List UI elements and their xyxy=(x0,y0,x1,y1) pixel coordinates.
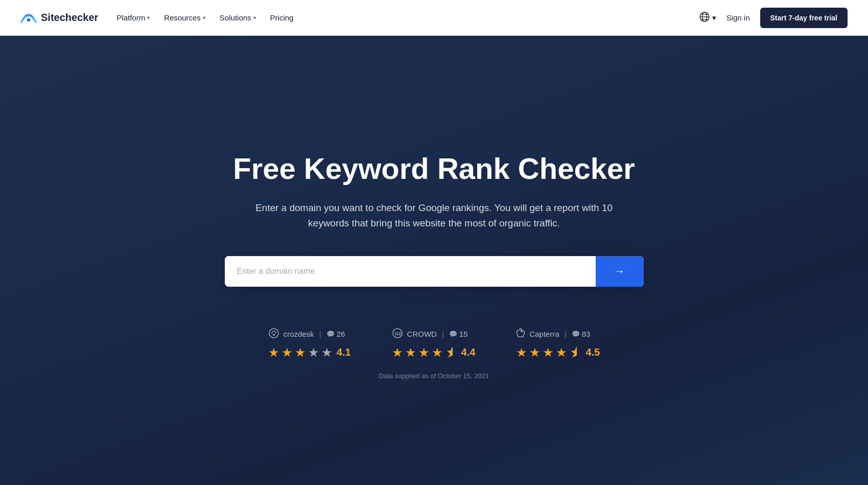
nav-link-solutions[interactable]: Solutions ▾ xyxy=(220,13,256,22)
nav-link-resources[interactable]: Resources ▾ xyxy=(164,13,205,22)
capterra-icon xyxy=(516,328,525,340)
nav-item-pricing[interactable]: Pricing xyxy=(270,13,294,22)
g2crowd-stars: ★ ★ ★ ★ ⯨ 4.4 xyxy=(392,345,476,360)
rating-g2crowd: G2 CROWD | 💬 15 ★ ★ ★ ★ ⯨ 4.4 xyxy=(392,328,476,360)
divider: | xyxy=(442,330,444,338)
hero-subtitle: Enter a domain you want to check for Goo… xyxy=(250,200,618,232)
data-note: Data supplied as of October 15, 2021 xyxy=(379,372,489,380)
svg-point-7 xyxy=(273,334,275,336)
star-1: ★ xyxy=(392,345,403,360)
nav-links: Platform ▾ Resources ▾ Solutions ▾ Prici… xyxy=(116,13,293,22)
logo-link[interactable]: Sitechecker xyxy=(20,12,98,24)
nav-item-resources[interactable]: Resources ▾ xyxy=(164,13,205,22)
capterra-score: 4.5 xyxy=(585,347,600,358)
svg-point-6 xyxy=(269,329,278,338)
hero-title: Free Keyword Rank Checker xyxy=(233,152,635,186)
star-2: ★ xyxy=(405,345,416,360)
divider: | xyxy=(565,330,567,338)
star-2: ★ xyxy=(529,345,541,360)
nav-link-platform[interactable]: Platform ▾ xyxy=(116,13,150,22)
g2crowd-label: CROWD xyxy=(407,330,437,338)
g2crowd-score: 4.4 xyxy=(461,347,476,358)
star-4: ★ xyxy=(308,345,319,360)
star-1: ★ xyxy=(516,345,527,360)
hero-section: Free Keyword Rank Checker Enter a domain… xyxy=(0,36,868,485)
crozdesk-header: crozdesk | 💬 26 xyxy=(268,328,345,340)
chat-icon: 💬 xyxy=(326,330,335,338)
navbar: Sitechecker Platform ▾ Resources ▾ Solut… xyxy=(0,0,868,36)
arrow-right-icon: → xyxy=(614,265,625,278)
chevron-down-icon: ▾ xyxy=(253,15,256,20)
crozdesk-stars: ★ ★ ★ ★ ★ 4.1 xyxy=(268,345,351,360)
svg-text:G2: G2 xyxy=(395,331,401,336)
logo-text: Sitechecker xyxy=(41,12,98,24)
nav-item-platform[interactable]: Platform ▾ xyxy=(116,13,150,22)
nav-link-pricing[interactable]: Pricing xyxy=(270,13,294,22)
crozdesk-review-count: 💬 26 xyxy=(326,330,345,338)
g2crowd-review-count: 💬 15 xyxy=(449,330,468,338)
rating-crozdesk: crozdesk | 💬 26 ★ ★ ★ ★ ★ 4.1 xyxy=(268,328,351,360)
star-1: ★ xyxy=(268,345,279,360)
navbar-left: Sitechecker Platform ▾ Resources ▾ Solut… xyxy=(20,12,293,24)
star-4: ★ xyxy=(432,345,443,360)
capterra-label: Capterra xyxy=(529,330,559,338)
g2-icon: G2 xyxy=(392,328,403,340)
search-button[interactable]: → xyxy=(596,256,644,287)
chat-icon: 💬 xyxy=(572,330,580,338)
nav-item-solutions[interactable]: Solutions ▾ xyxy=(220,13,256,22)
logo-icon xyxy=(20,12,37,24)
capterra-review-count: 💬 83 xyxy=(572,330,591,338)
trial-button[interactable]: Start 7-day free trial xyxy=(760,8,848,28)
star-3: ★ xyxy=(418,345,430,360)
divider: | xyxy=(319,330,321,338)
star-2: ★ xyxy=(281,345,293,360)
chat-icon: 💬 xyxy=(449,330,457,338)
search-bar: → xyxy=(225,256,644,287)
star-3: ★ xyxy=(295,345,306,360)
search-input[interactable] xyxy=(225,256,596,287)
ratings-row: crozdesk | 💬 26 ★ ★ ★ ★ ★ 4.1 xyxy=(204,328,664,360)
navbar-right: ▾ Sign in Start 7-day free trial xyxy=(699,8,848,28)
chevron-down-icon: ▾ xyxy=(203,15,205,20)
star-3: ★ xyxy=(543,345,554,360)
chevron-down-icon: ▾ xyxy=(147,15,150,20)
globe-icon xyxy=(699,11,710,24)
star-5: ★ xyxy=(321,345,333,360)
capterra-stars: ★ ★ ★ ★ ⯨ 4.5 xyxy=(516,345,600,360)
star-4: ★ xyxy=(556,345,567,360)
signin-button[interactable]: Sign in xyxy=(726,13,750,22)
crozdesk-icon xyxy=(268,328,279,340)
crozdesk-score: 4.1 xyxy=(337,347,351,358)
star-half: ⯨ xyxy=(569,345,581,360)
language-selector[interactable]: ▾ xyxy=(699,11,716,24)
crozdesk-label: crozdesk xyxy=(284,330,314,338)
rating-capterra: Capterra | 💬 83 ★ ★ ★ ★ ⯨ 4.5 xyxy=(516,328,600,360)
capterra-header: Capterra | 💬 83 xyxy=(516,328,590,340)
star-half: ⯨ xyxy=(445,345,457,360)
svg-point-0 xyxy=(27,18,30,21)
g2crowd-header: G2 CROWD | 💬 15 xyxy=(392,328,468,340)
chevron-down-icon: ▾ xyxy=(712,13,716,22)
